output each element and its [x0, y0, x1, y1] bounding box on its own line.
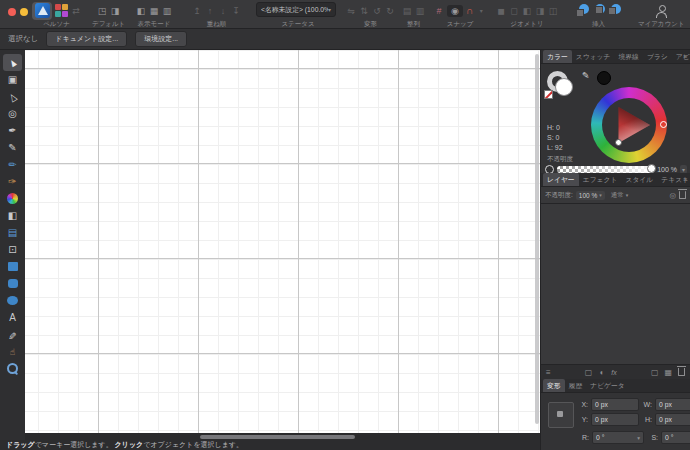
blend-mode-dropdown[interactable]: 通常▾ — [608, 190, 632, 201]
move-tool[interactable]: ▲ — [3, 54, 22, 71]
geometry-xor-icon[interactable]: ◨ — [535, 6, 545, 16]
panel-menu-icon[interactable]: ≡ — [683, 50, 687, 63]
flip-vertical-icon[interactable]: ⇅ — [359, 6, 369, 16]
tab-color[interactable]: カラー — [543, 50, 572, 63]
insert-on-top-icon[interactable] — [608, 4, 621, 17]
opacity-slider[interactable] — [557, 166, 654, 173]
pen-tool[interactable]: ✒ — [3, 122, 22, 139]
horizontal-scrollbar[interactable] — [200, 435, 355, 439]
rectangle-tool[interactable] — [3, 258, 22, 275]
mask-layer-icon[interactable]: ▢ — [585, 368, 593, 377]
tab-styles[interactable]: スタイル — [621, 173, 657, 186]
edit-all-layers-icon[interactable]: ≡ — [546, 368, 551, 377]
eyedropper-icon[interactable]: ✐ — [580, 71, 590, 79]
tab-appearance[interactable]: アピアランス — [672, 50, 690, 63]
w-input[interactable]: 0 px — [655, 398, 690, 411]
close-button[interactable] — [8, 8, 16, 16]
opacity-value[interactable]: 100 % — [657, 166, 677, 173]
vector-crop-tool[interactable]: ⊡ — [3, 241, 22, 258]
no-color-swatch[interactable] — [544, 90, 553, 99]
point-transform-tool[interactable]: ◎ — [3, 105, 22, 122]
snap-caret-icon[interactable]: ▾ — [476, 6, 486, 16]
export-persona-icon[interactable]: ⇄ — [71, 6, 81, 16]
layer-opacity-dropdown[interactable]: 100 %▾ — [576, 191, 605, 200]
artboard-tool[interactable]: ▣ — [3, 71, 22, 88]
document-settings-button[interactable]: ドキュメント設定... — [46, 31, 127, 47]
fill-swatch[interactable] — [555, 78, 573, 96]
secondary-color-swatch[interactable] — [597, 71, 611, 85]
anchor-point-selector[interactable] — [548, 402, 574, 428]
vector-brush-tool[interactable]: ✏ — [3, 156, 22, 173]
flip-horizontal-icon[interactable]: ⇋ — [346, 6, 356, 16]
layers-list[interactable] — [541, 204, 690, 364]
blend-options-icon[interactable]: ◎ — [669, 191, 676, 200]
revert-defaults-icon[interactable]: ◨ — [110, 6, 120, 16]
vertical-scrollbar[interactable] — [535, 54, 539, 424]
y-input[interactable]: 0 px — [591, 413, 639, 426]
node-tool[interactable]: △ — [3, 88, 22, 105]
layer-effects-icon[interactable]: fx — [611, 368, 616, 377]
move-backward-icon[interactable]: ↓ — [218, 6, 228, 16]
corner-tool[interactable]: ✑ — [3, 173, 22, 190]
shear-input[interactable]: 0 °▾ — [661, 431, 690, 444]
document-selector[interactable]: <名称未設定> (100.0%) ▾ — [256, 2, 336, 17]
transparency-tool[interactable]: ◧ — [3, 207, 22, 224]
move-to-front-icon[interactable]: ↥ — [192, 6, 202, 16]
distribute-icon[interactable]: ▥ — [415, 6, 425, 16]
tab-effects[interactable]: エフェクト — [579, 173, 622, 186]
rotate-ccw-icon[interactable]: ↺ — [372, 6, 382, 16]
opacity-slider-knob[interactable] — [647, 164, 656, 173]
synchronize-defaults-icon[interactable]: ◳ — [97, 6, 107, 16]
tab-navigator[interactable]: ナビゲータ — [586, 379, 629, 392]
alignment-icon[interactable]: ▤ — [402, 6, 412, 16]
geometry-intersect-icon[interactable]: ◧ — [522, 6, 532, 16]
snapping-magnet-icon[interactable]: ∩ — [466, 6, 473, 16]
tab-stroke[interactable]: 境界線 — [615, 50, 643, 63]
delete-layer-icon[interactable] — [678, 368, 685, 376]
text-tool-icon: A — [9, 313, 16, 323]
rounded-rectangle-tool[interactable] — [3, 275, 22, 292]
x-input[interactable]: 0 px — [591, 398, 639, 411]
panel-menu-icon[interactable]: ≡ — [683, 173, 687, 186]
add-group-icon[interactable]: ▦ — [664, 368, 672, 377]
split-view-icon[interactable]: ▥ — [162, 6, 172, 16]
insert-behind-icon[interactable] — [576, 4, 589, 17]
add-layer-icon[interactable]: ▢ — [651, 368, 659, 377]
geometry-add-icon[interactable]: ◼ — [496, 6, 506, 16]
ellipse-tool[interactable] — [3, 292, 22, 309]
outline-view-icon[interactable]: ◧ — [136, 6, 146, 16]
pixel-persona-icon[interactable] — [55, 4, 68, 17]
rotation-input[interactable]: 0 °▾ — [592, 431, 644, 444]
minimize-button[interactable] — [20, 8, 28, 16]
saturation-lightness-selector[interactable] — [615, 139, 622, 146]
view-tool[interactable]: ☝ — [3, 343, 22, 360]
h-input[interactable]: 0 px — [655, 413, 690, 426]
my-account-icon[interactable] — [655, 5, 667, 17]
tab-layers[interactable]: レイヤー — [543, 173, 579, 186]
move-forward-icon[interactable]: ↑ — [205, 6, 215, 16]
preferences-button[interactable]: 環境設定... — [135, 31, 187, 47]
artistic-text-tool[interactable]: A — [3, 309, 22, 326]
tab-history[interactable]: 履歴 — [565, 379, 587, 392]
move-to-back-icon[interactable]: ↧ — [231, 6, 241, 16]
color-picker-tool[interactable]: ✐ — [3, 326, 22, 343]
tab-brush[interactable]: ブラシ — [643, 50, 672, 63]
designer-persona-icon[interactable] — [32, 2, 52, 20]
fill-tool[interactable] — [3, 190, 22, 207]
adjustment-layer-icon[interactable]: ◐ — [599, 368, 604, 377]
geometry-divide-icon[interactable]: ◫ — [548, 6, 558, 16]
snapping-options-icon[interactable]: ◉ — [447, 5, 463, 17]
grid-icon[interactable]: # — [434, 6, 444, 16]
pixel-view-icon[interactable]: ▦ — [149, 6, 159, 16]
place-image-tool[interactable]: ▤ — [3, 224, 22, 241]
geometry-subtract-icon[interactable]: ◻ — [509, 6, 519, 16]
document-canvas[interactable] — [25, 50, 540, 433]
pencil-tool[interactable]: ✎ — [3, 139, 22, 156]
insert-inside-icon[interactable] — [592, 4, 605, 17]
rotate-cw-icon[interactable]: ↻ — [385, 6, 395, 16]
lock-icon[interactable] — [679, 191, 686, 199]
zoom-tool[interactable] — [3, 360, 22, 377]
tab-swatches[interactable]: スウォッチ — [572, 50, 615, 63]
hue-selector[interactable] — [660, 121, 667, 128]
tab-transform[interactable]: 変形 — [543, 379, 565, 392]
